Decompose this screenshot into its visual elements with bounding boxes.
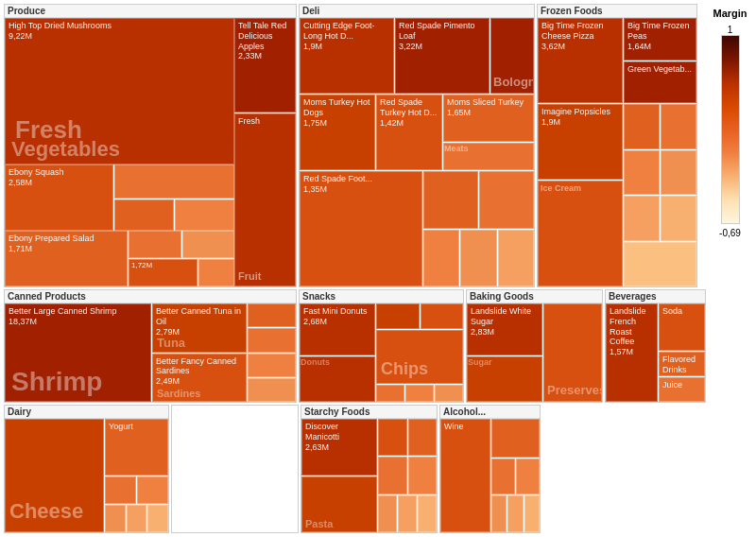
juice-cell[interactable]: Juice xyxy=(659,377,705,402)
cs4[interactable] xyxy=(248,378,296,402)
ds3[interactable] xyxy=(423,230,459,287)
sn3[interactable] xyxy=(376,385,404,402)
salad-cell[interactable]: Ebony Prepared Salad1,71M xyxy=(5,231,128,286)
apples-cell[interactable]: Tell Tale Red Delicious Apples2,33M xyxy=(234,18,296,113)
small1[interactable] xyxy=(114,165,234,199)
frozen-body: Big Time Frozen Cheese Pizza3,62M Big Ti… xyxy=(538,18,696,286)
al1[interactable] xyxy=(491,419,540,458)
chips-cell[interactable]: Chips xyxy=(376,330,463,384)
st4[interactable] xyxy=(408,457,438,494)
ds1[interactable] xyxy=(423,171,478,229)
sardines-cell[interactable]: Better Fancy Canned Sardines2,49M Sardin… xyxy=(152,354,247,403)
snacks-body: Fast Mini Donuts2,68M Donuts Chips xyxy=(300,303,463,402)
snacks-top-small xyxy=(376,303,463,329)
alcohol-title: Alcohol... xyxy=(440,406,540,419)
f6[interactable] xyxy=(661,196,696,241)
coffee-cell[interactable]: Landslide French Roast Coffee1,57M xyxy=(606,303,658,402)
donuts2-cell[interactable]: Donuts xyxy=(300,356,375,402)
st2[interactable] xyxy=(408,419,438,456)
soda-cell[interactable]: Soda xyxy=(659,303,705,351)
bs1[interactable] xyxy=(129,231,181,258)
manicotti-cell[interactable]: Discover Manicotti2,63M xyxy=(301,419,377,476)
f3[interactable] xyxy=(624,150,660,196)
al4[interactable] xyxy=(491,495,507,532)
st1[interactable] xyxy=(378,419,407,456)
st6[interactable] xyxy=(398,495,417,532)
yogurt-cell[interactable]: Yogurt xyxy=(105,419,168,476)
f2[interactable] xyxy=(661,104,696,149)
f7[interactable] xyxy=(624,242,696,287)
sn4[interactable] xyxy=(405,385,434,402)
small2[interactable] xyxy=(114,199,174,232)
bs2[interactable] xyxy=(182,231,235,258)
sugar-cell[interactable]: Sugar xyxy=(467,356,542,402)
apples-label: Tell Tale Red Delicious Apples2,33M xyxy=(235,19,295,63)
deli-section: Deli Cutting Edge Foot-Long Hot D...1,9M… xyxy=(299,4,535,287)
d5[interactable] xyxy=(147,505,168,532)
mushrooms-cell[interactable]: High Top Dried Mushrooms9,22M Fresh Vege… xyxy=(5,18,234,165)
deli-title: Deli xyxy=(300,5,534,18)
bs4[interactable] xyxy=(198,259,234,286)
bologna-cell[interactable]: Bologna xyxy=(490,18,534,94)
f5[interactable] xyxy=(624,196,660,241)
shrimp-cell[interactable]: Better Large Canned Shrimp18,37M Shrimp xyxy=(5,303,151,402)
white-sugar-cell[interactable]: Landslide White Sugar2,83M xyxy=(467,303,542,355)
f1[interactable] xyxy=(624,104,660,149)
d1[interactable] xyxy=(105,476,136,504)
ds2[interactable] xyxy=(479,171,534,229)
ds4[interactable] xyxy=(460,230,496,287)
squash-label: Ebony Squash2,58M xyxy=(6,165,112,190)
fresh-fruit-cell[interactable]: Fresh Fruit xyxy=(234,113,296,286)
small3[interactable] xyxy=(175,199,234,232)
pasta-cell[interactable]: Pasta xyxy=(301,476,377,532)
cheese-dairy-cell[interactable]: Cheese xyxy=(5,419,104,532)
st5[interactable] xyxy=(378,495,397,532)
st7[interactable] xyxy=(418,495,437,532)
wine-cell[interactable]: Wine xyxy=(440,419,490,532)
frozen-peas-cell[interactable]: Big Time Frozen Peas1,64M xyxy=(624,18,696,61)
sn1[interactable] xyxy=(376,303,420,329)
f4[interactable] xyxy=(661,150,696,196)
cheese-pizza-cell[interactable]: Big Time Frozen Cheese Pizza3,62M xyxy=(538,18,623,103)
popsicles-cell[interactable]: Imagine Popsicles1,9M xyxy=(538,104,623,180)
sliced-turkey-cell[interactable]: Moms Sliced Turkey1,65M xyxy=(443,95,534,142)
dairy-body: Cheese Yogurt xyxy=(5,419,168,532)
pimento-cell[interactable]: Red Spade Pimento Loaf3,22M xyxy=(395,18,490,94)
ice-cream-cell[interactable]: Ice Cream xyxy=(538,181,623,286)
preserves-cell[interactable]: Preserves xyxy=(543,303,602,402)
red-spade-foot-cell[interactable]: Red Spade Foot...1,35M xyxy=(300,171,422,286)
d2[interactable] xyxy=(137,476,168,504)
bs3[interactable]: 1,72M xyxy=(129,259,198,286)
cs1[interactable] xyxy=(248,303,296,327)
bologna-text: Bologna xyxy=(493,75,534,89)
ice-cream-text: Ice Cream xyxy=(539,182,622,195)
green-veg-cell[interactable]: Green Vegetab... xyxy=(624,61,696,104)
st3[interactable] xyxy=(378,457,407,494)
sn2[interactable] xyxy=(421,303,464,329)
donuts-cell[interactable]: Fast Mini Donuts2,68M xyxy=(300,303,375,355)
fbr3 xyxy=(624,196,696,241)
cs3[interactable] xyxy=(248,354,296,377)
al6[interactable] xyxy=(524,495,540,532)
meats-cell[interactable]: Meats xyxy=(443,143,534,170)
cs2[interactable] xyxy=(248,328,296,352)
manicotti-label: Discover Manicotti2,63M xyxy=(302,420,376,454)
ds5[interactable] xyxy=(498,230,534,287)
cutting-edge-cell[interactable]: Cutting Edge Foot-Long Hot D...1,9M xyxy=(300,18,394,94)
d4[interactable] xyxy=(127,505,147,532)
squash-cell[interactable]: Ebony Squash2,58M xyxy=(5,165,113,231)
flavored-drinks-cell[interactable]: Flavored Drinks xyxy=(659,352,705,376)
main-container: Produce High Top Dried Mushrooms9,22M Fr… xyxy=(0,0,756,537)
red-spade-turkey-cell[interactable]: Red Spade Turkey Hot D...1,42M xyxy=(376,95,442,170)
small-cells-col xyxy=(114,165,234,231)
tuna-cell[interactable]: Better Canned Tuna in Oil2,79M Tuna xyxy=(152,303,247,353)
al3[interactable] xyxy=(516,459,540,495)
al5[interactable] xyxy=(507,495,523,532)
sn5[interactable] xyxy=(435,385,463,402)
canned-small-col xyxy=(248,303,296,353)
d3[interactable] xyxy=(105,505,126,532)
al2[interactable] xyxy=(491,459,515,495)
turkey-hotdogs-cell[interactable]: Moms Turkey Hot Dogs1,75M xyxy=(300,95,375,170)
frozen-peas-label: Big Time Frozen Peas1,64M xyxy=(625,19,696,53)
dairy-small2 xyxy=(105,505,168,532)
